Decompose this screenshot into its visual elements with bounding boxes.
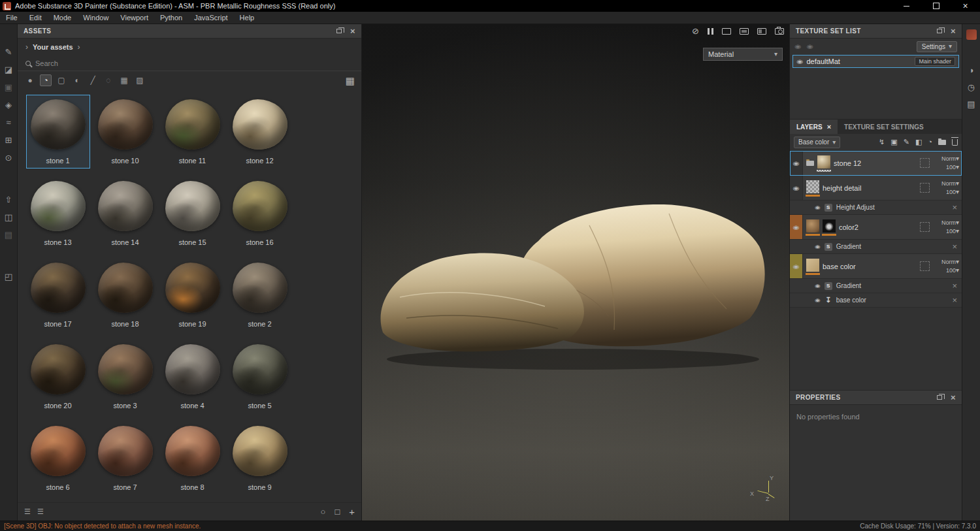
layer-row-stone-12[interactable]: stone 12 Norm 100 (790, 151, 962, 176)
asset-item-stone-19[interactable]: stone 19 (161, 258, 225, 332)
mask-slot[interactable] (920, 261, 930, 271)
close-window-button[interactable] (951, 0, 980, 12)
layer-row-height-detail[interactable]: height detail Norm 100 (790, 176, 962, 201)
layer-name[interactable]: color2 (839, 223, 917, 231)
effect-row-base-color[interactable]: base color (790, 293, 962, 308)
layer-visibility-toggle[interactable] (790, 176, 803, 200)
paint-tool-icon[interactable]: ✎ (3, 46, 14, 57)
breadcrumb-your-assets[interactable]: Your assets (33, 43, 73, 51)
asset-item-stone-10[interactable]: stone 10 (93, 95, 157, 169)
asset-item-stone-17[interactable]: stone 17 (26, 258, 90, 332)
add-smart-material-icon[interactable]: ◔ (928, 138, 932, 146)
opacity-dropdown[interactable]: 100 (946, 164, 959, 170)
asset-details-view-icon[interactable] (37, 508, 44, 515)
eraser-tool-icon[interactable]: ◪ (3, 64, 14, 74)
navigation-gizmo[interactable]: Y X Z (750, 475, 780, 505)
texture-set-item-defaultmat[interactable]: defaultMat Main shader (792, 55, 959, 68)
menu-item-edit[interactable]: Edit (24, 12, 48, 24)
remove-effect-button[interactable] (952, 203, 957, 212)
render-mode-icon[interactable]: ◫ (3, 212, 14, 222)
material-picker-tool-icon[interactable]: ⊙ (3, 152, 14, 163)
asset-item-stone-20[interactable]: stone 20 (26, 340, 90, 413)
tab-layers[interactable]: LAYERS (790, 120, 838, 134)
maximize-button[interactable] (921, 0, 951, 12)
layer-visibility-toggle[interactable] (790, 151, 803, 175)
effect-row-gradient[interactable]: Gradient (790, 279, 962, 293)
add-mask-icon[interactable]: ▣ (890, 138, 897, 146)
layer-mask-thumbnail[interactable] (823, 219, 836, 233)
layer-thumbnail[interactable] (806, 219, 819, 233)
filter-smart-materials-icon[interactable]: ▨ (134, 74, 146, 86)
asset-item-stone-9[interactable]: stone 9 (228, 421, 292, 495)
effect-row-gradient[interactable]: Gradient (790, 240, 962, 254)
layer-visibility-toggle[interactable] (790, 215, 803, 239)
effect-name[interactable]: base color (836, 297, 866, 304)
add-fill-layer-icon[interactable]: ◧ (915, 138, 922, 146)
viewport-shading-dropdown[interactable]: Material (703, 48, 783, 61)
close-panel-icon[interactable] (951, 393, 956, 402)
asset-item-stone-11[interactable]: stone 11 (161, 95, 225, 169)
asset-item-stone-2[interactable]: stone 2 (228, 258, 292, 332)
display-settings-icon[interactable]: ◑ (966, 65, 977, 75)
search-input[interactable] (35, 59, 353, 67)
effect-visibility-toggle[interactable] (815, 244, 821, 249)
mask-slot[interactable] (920, 222, 930, 232)
opacity-dropdown[interactable]: 100 (946, 267, 959, 274)
remove-effect-button[interactable] (952, 242, 957, 251)
projection-tool-icon[interactable]: ▣ (3, 82, 14, 92)
texture-set-settings-button[interactable]: Settings (917, 41, 957, 52)
menu-item-window[interactable]: Window (77, 12, 114, 24)
camera-settings-icon[interactable] (775, 28, 784, 35)
show-all-icon[interactable] (794, 44, 801, 50)
asset-item-stone-4[interactable]: stone 4 (161, 340, 225, 413)
menu-item-viewport[interactable]: Viewport (114, 12, 154, 24)
blend-mode-dropdown[interactable]: Norm (941, 155, 959, 162)
asset-item-stone-3[interactable]: stone 3 (93, 340, 157, 413)
effect-row-height-adjust[interactable]: Height Adjust (790, 201, 962, 215)
asset-item-stone-12[interactable]: stone 12 (228, 95, 292, 169)
tab-texture-set-settings[interactable]: TEXTURE SET SETTINGS (838, 120, 930, 134)
asset-item-stone-18[interactable]: stone 18 (93, 258, 157, 332)
quick-export-icon[interactable]: ⇧ (3, 194, 14, 204)
minimize-button[interactable] (892, 0, 921, 12)
asset-list-scroll-area[interactable]: stone 1stone 10stone 11stone 12stone 13s… (18, 89, 361, 502)
layer-thumbnail[interactable] (806, 259, 819, 272)
close-panel-icon[interactable] (951, 27, 956, 35)
detach-panel-icon[interactable] (336, 29, 342, 33)
effect-name[interactable]: Gradient (836, 243, 861, 250)
tile-preview-icon[interactable] (335, 507, 340, 516)
layer-thumbnail[interactable] (817, 155, 830, 169)
blend-mode-dropdown[interactable]: Norm (941, 219, 959, 226)
filter-materials-icon[interactable]: ◔ (40, 74, 52, 86)
remove-effect-button[interactable] (952, 282, 957, 290)
close-tab-icon[interactable] (827, 123, 831, 131)
detach-panel-icon[interactable] (937, 29, 942, 33)
material-view-icon[interactable] (740, 28, 749, 35)
pause-engine-icon[interactable] (708, 28, 713, 35)
viewport-3d[interactable]: Material (362, 24, 789, 521)
effect-visibility-toggle[interactable] (815, 283, 821, 288)
add-effect-icon[interactable]: ↯ (879, 138, 885, 146)
sphere-preview-icon[interactable] (321, 507, 326, 516)
grid-view-icon[interactable]: ▦ (346, 76, 355, 86)
asset-item-stone-15[interactable]: stone 15 (161, 176, 225, 250)
layer-name[interactable]: stone 12 (834, 159, 917, 167)
layer-name[interactable]: base color (823, 263, 917, 270)
filter-particles-icon[interactable]: ◌ (103, 74, 114, 86)
asset-item-stone-5[interactable]: stone 5 (228, 340, 292, 413)
measure-tool-icon[interactable]: ▤ (3, 229, 14, 240)
add-group-icon[interactable] (938, 140, 946, 145)
detach-panel-icon[interactable] (937, 395, 942, 400)
layer-name[interactable]: height detail (823, 184, 917, 192)
menu-item-python[interactable]: Python (154, 12, 188, 24)
texture-set-visibility-icon[interactable] (796, 59, 803, 65)
solo-view-icon[interactable] (806, 44, 813, 50)
history-icon[interactable]: ◷ (966, 82, 977, 92)
menu-item-file[interactable]: File (0, 12, 24, 24)
solo-3d-view-icon[interactable] (722, 28, 731, 35)
hide-ui-icon[interactable] (692, 27, 699, 35)
import-resources-button[interactable] (349, 507, 355, 517)
add-paint-layer-icon[interactable]: ✎ (904, 138, 909, 146)
channel-filter-dropdown[interactable]: Base color (794, 137, 840, 148)
blend-mode-dropdown[interactable]: Norm (941, 180, 959, 187)
